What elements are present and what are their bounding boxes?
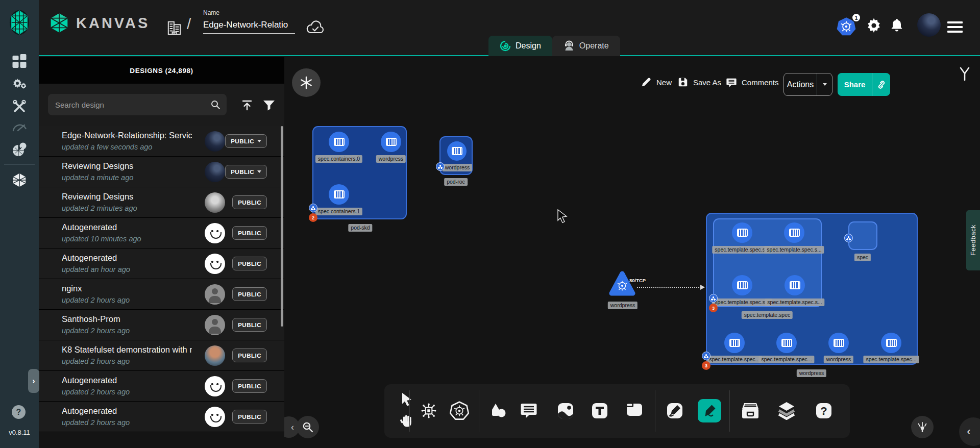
expand-sidebar-button[interactable]: › — [28, 369, 39, 393]
container-node[interactable] — [724, 333, 745, 353]
nav-dashboard[interactable] — [13, 54, 27, 68]
visibility-badge[interactable]: PUBLIC — [232, 349, 267, 362]
design-list-item[interactable]: Autogenerated updated 10 minutes ago PUB… — [39, 218, 284, 248]
nav-performance[interactable] — [11, 120, 28, 134]
container-node[interactable] — [828, 333, 849, 353]
container-node[interactable] — [381, 132, 401, 152]
design-canvas[interactable]: New Save As Comments Actions Share — [284, 57, 980, 448]
app-header: KANVAS / Name — [39, 0, 980, 56]
tab-operate[interactable]: Operate — [552, 36, 620, 56]
visibility-badge[interactable]: PUBLIC — [232, 410, 267, 424]
edge-connect-tool[interactable] — [663, 399, 687, 422]
menu-hamburger-icon[interactable] — [947, 21, 963, 33]
issue-count-badge[interactable]: 3 — [709, 304, 718, 312]
visibility-badge[interactable]: PUBLIC — [232, 287, 267, 301]
container-node[interactable] — [881, 333, 901, 353]
comments-button[interactable]: Comments — [726, 77, 779, 88]
group-label: spec.template.spec — [742, 311, 793, 319]
visibility-badge[interactable]: PUBLIC — [232, 318, 267, 332]
container-icon — [452, 147, 462, 155]
visibility-label: PUBLIC — [238, 353, 261, 359]
kubernetes-tool[interactable] — [448, 399, 471, 422]
visibility-badge[interactable]: PUBLIC — [225, 134, 267, 148]
node-group-deployment-wordpress[interactable]: spec.template.spec.s... spec.template.sp… — [706, 213, 918, 365]
design-list-item[interactable]: Reviewing Designs updated a minute ago P… — [39, 157, 284, 187]
nav-lifecycle[interactable] — [11, 77, 28, 92]
design-updated: updated 2 minutes ago — [62, 204, 137, 212]
visibility-badge[interactable]: PUBLIC — [232, 195, 267, 209]
container-node[interactable] — [776, 333, 797, 353]
container-node[interactable] — [785, 275, 805, 295]
issue-count-badge[interactable]: 2 — [309, 213, 317, 222]
container-node[interactable] — [447, 141, 467, 161]
actions-dropdown-button[interactable]: Actions — [783, 73, 832, 96]
k8s-context-switcher[interactable]: 1 — [836, 16, 857, 38]
visibility-badge[interactable]: PUBLIC — [232, 379, 267, 393]
select-tool[interactable] — [398, 390, 415, 408]
help-tool[interactable]: ? — [812, 399, 836, 422]
settings-gear-icon[interactable] — [866, 17, 882, 34]
new-design-button[interactable]: New — [641, 77, 672, 88]
right-panel-toggle-icon[interactable] — [957, 65, 972, 83]
node-spec[interactable] — [848, 221, 877, 250]
dock-toggle-button[interactable] — [292, 68, 321, 97]
center-locate-button[interactable] — [911, 416, 934, 438]
design-list-item[interactable]: K8 Statefulset demonstration with mo upd… — [39, 340, 284, 371]
freehand-draw-tool[interactable] — [698, 399, 721, 422]
visibility-badge[interactable]: PUBLIC — [225, 165, 267, 179]
annotation-tool[interactable] — [517, 399, 541, 422]
layers-tool[interactable] — [775, 399, 798, 422]
layer5-logo-icon[interactable] — [8, 8, 31, 37]
design-list-item[interactable]: Autogenerated updated an hour ago PUBLIC — [39, 248, 284, 279]
import-design-icon[interactable] — [241, 99, 253, 111]
sticky-note-tool[interactable] — [623, 399, 646, 422]
pan-tool[interactable] — [398, 412, 415, 430]
search-icon[interactable] — [210, 99, 220, 110]
filter-icon[interactable] — [262, 99, 276, 111]
container-node[interactable] — [784, 222, 804, 243]
design-list-item[interactable]: Santhosh-Prom updated 2 hours ago PUBLIC — [39, 310, 284, 340]
user-avatar[interactable] — [917, 13, 941, 37]
design-drawer-tool[interactable] — [739, 399, 762, 422]
share-button[interactable]: Share — [838, 73, 890, 96]
node-group-pod-roc[interactable]: wordpress — [439, 136, 473, 175]
text-tool[interactable] — [588, 399, 611, 422]
image-tool[interactable] — [554, 399, 577, 422]
design-list-item[interactable]: Autogenerated updated 2 hours ago PUBLIC — [39, 402, 284, 432]
design-list-item[interactable]: Reviewing Designs updated 2 minutes ago … — [39, 187, 284, 218]
collapse-right-button[interactable]: ‹ — [959, 417, 980, 446]
container-node[interactable] — [732, 222, 752, 243]
zoom-button[interactable] — [297, 416, 319, 438]
tab-design[interactable]: Design — [488, 36, 552, 56]
components-tool[interactable] — [417, 399, 440, 422]
organization-icon[interactable] — [164, 17, 185, 39]
new-design-label: New — [656, 78, 672, 87]
design-list-item[interactable]: nginx updated 2 hours ago PUBLIC — [39, 279, 284, 310]
notifications-bell-icon[interactable] — [889, 17, 904, 34]
node-group-pod-skd[interactable]: spec.containers.0 wordpress spec.contain… — [312, 126, 407, 219]
design-name-input[interactable] — [203, 19, 295, 34]
visibility-badge[interactable]: PUBLIC — [232, 226, 267, 240]
actions-caret[interactable] — [817, 73, 832, 95]
node-group-spec-template-spec[interactable]: spec.template.spec.s... spec.template.sp… — [713, 218, 822, 307]
service-edge[interactable] — [637, 287, 703, 288]
nav-configuration[interactable] — [11, 98, 28, 114]
container-node[interactable] — [732, 275, 752, 295]
container-node[interactable] — [329, 132, 349, 152]
feedback-tab[interactable]: Feedback — [966, 210, 980, 270]
issue-count-badge[interactable]: 3 — [702, 361, 710, 370]
design-list-item[interactable]: Edge-Network-Relationship: Service updat… — [39, 126, 284, 157]
visibility-badge[interactable]: PUBLIC — [232, 257, 267, 270]
design-search-input[interactable] — [48, 94, 201, 115]
nav-kanvas-active[interactable] — [11, 171, 28, 189]
shapes-tool[interactable] — [486, 399, 509, 422]
container-node[interactable] — [329, 184, 349, 205]
copy-link-button[interactable] — [872, 73, 890, 96]
service-node-wordpress[interactable] — [609, 270, 635, 297]
brand[interactable]: KANVAS — [48, 12, 150, 34]
save-as-button[interactable]: Save As — [677, 77, 721, 88]
design-list-item[interactable]: Autogenerated updated 2 hours ago PUBLIC — [39, 371, 284, 402]
nav-extensions[interactable] — [11, 141, 28, 158]
help-button[interactable]: ? — [12, 405, 26, 419]
designs-scrollbar[interactable] — [281, 126, 283, 327]
